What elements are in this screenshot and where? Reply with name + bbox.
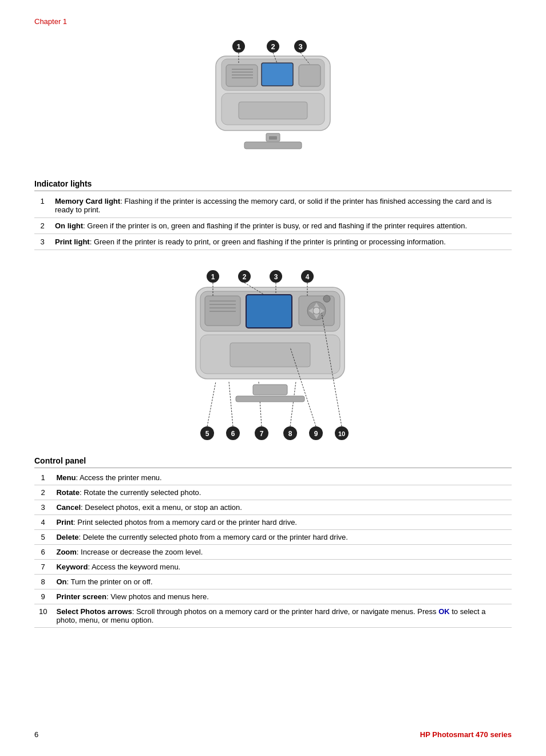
svg-text:1: 1 (211, 273, 215, 281)
printer-diagram-2: 1 2 3 4 (34, 267, 512, 445)
svg-rect-72 (236, 396, 304, 402)
svg-line-66 (229, 382, 233, 426)
table-row: 1Menu: Access the printer menu. (34, 470, 512, 485)
row-content: Print: Print selected photos from a memo… (52, 515, 512, 530)
svg-text:7: 7 (260, 430, 264, 438)
control-table: 1Menu: Access the printer menu.2Rotate: … (34, 470, 512, 628)
svg-rect-8 (226, 65, 258, 86)
footer-product: HP Photosmart 470 series (420, 730, 512, 739)
svg-rect-38 (246, 295, 292, 328)
row-content: On: Turn the printer on or off. (52, 575, 512, 589)
svg-text:6: 6 (231, 430, 235, 438)
footer-page: 6 (34, 730, 38, 739)
svg-text:3: 3 (298, 42, 302, 51)
svg-text:3: 3 (274, 273, 278, 281)
row-num: 2 (34, 485, 52, 500)
table-row: 10Select Photos arrows: Scroll through p… (34, 604, 512, 628)
row-num: 1 (34, 193, 50, 218)
svg-rect-14 (299, 65, 321, 86)
row-content: Memory Card light: Flashing if the print… (50, 193, 512, 218)
row-content: Zoom: Increase or decrease the zoom leve… (52, 545, 512, 560)
svg-rect-33 (205, 296, 240, 326)
row-num: 4 (34, 515, 52, 530)
section2-title: Control panel (34, 456, 512, 468)
row-num: 7 (34, 560, 52, 575)
svg-line-68 (290, 382, 296, 426)
svg-line-65 (207, 382, 216, 426)
svg-text:1: 1 (236, 42, 240, 51)
table-row: 2On light: Green if the printer is on, g… (34, 218, 512, 234)
row-content: Menu: Access the printer menu. (52, 470, 512, 485)
svg-point-45 (313, 307, 320, 314)
row-content: Rotate: Rotate the currently selected ph… (52, 485, 512, 500)
table-row: 3Cancel: Deselect photos, exit a menu, o… (34, 500, 512, 515)
svg-rect-21 (269, 136, 277, 140)
table-row: 5Delete: Delete the currently selected p… (34, 530, 512, 545)
row-content: Keyword: Access the keyword menu. (52, 560, 512, 575)
svg-rect-19 (239, 102, 307, 119)
svg-rect-13 (262, 63, 293, 86)
row-num: 1 (34, 470, 52, 485)
svg-rect-22 (244, 142, 302, 149)
table-row: 2Rotate: Rotate the currently selected p… (34, 485, 512, 500)
svg-point-46 (323, 295, 330, 302)
row-num: 10 (34, 604, 52, 628)
table-row: 3Print light: Green if the printer is re… (34, 234, 512, 250)
indicator-table: 1Memory Card light: Flashing if the prin… (34, 193, 512, 250)
svg-rect-71 (253, 385, 287, 395)
row-num: 5 (34, 530, 52, 545)
table-row: 7Keyword: Access the keyword menu. (34, 560, 512, 575)
table-row: 6Zoom: Increase or decrease the zoom lev… (34, 545, 512, 560)
footer: 6 HP Photosmart 470 series (34, 730, 512, 739)
svg-rect-48 (230, 343, 310, 367)
table-row: 8On: Turn the printer on or off. (34, 575, 512, 589)
svg-text:5: 5 (205, 430, 209, 438)
svg-text:8: 8 (288, 430, 292, 438)
row-content: Printer screen: View photos and menus he… (52, 589, 512, 604)
table-row: 9Printer screen: View photos and menus h… (34, 589, 512, 604)
table-row: 1Memory Card light: Flashing if the prin… (34, 193, 512, 218)
row-num: 2 (34, 218, 50, 234)
svg-text:2: 2 (271, 42, 275, 51)
table-row: 4Print: Print selected photos from a mem… (34, 515, 512, 530)
row-content: Delete: Delete the currently selected ph… (52, 530, 512, 545)
row-content: Cancel: Deselect photos, exit a menu, or… (52, 500, 512, 515)
row-num: 8 (34, 575, 52, 589)
row-content: On light: Green if the printer is on, gr… (50, 218, 512, 234)
svg-text:9: 9 (314, 430, 318, 438)
row-num: 3 (34, 500, 52, 515)
row-num: 6 (34, 545, 52, 560)
row-content: Print light: Green if the printer is rea… (50, 234, 512, 250)
row-num: 3 (34, 234, 50, 250)
svg-text:2: 2 (243, 273, 247, 281)
page: Chapter 1 1 2 3 (0, 0, 546, 756)
svg-text:10: 10 (338, 430, 345, 437)
row-num: 9 (34, 589, 52, 604)
section1-title: Indicator lights (34, 179, 512, 191)
printer-diagram-1: 1 2 3 (34, 36, 512, 168)
svg-text:4: 4 (306, 273, 310, 281)
row-content: Select Photos arrows: Scroll through pho… (52, 604, 512, 628)
chapter-label: Chapter 1 (34, 17, 512, 26)
